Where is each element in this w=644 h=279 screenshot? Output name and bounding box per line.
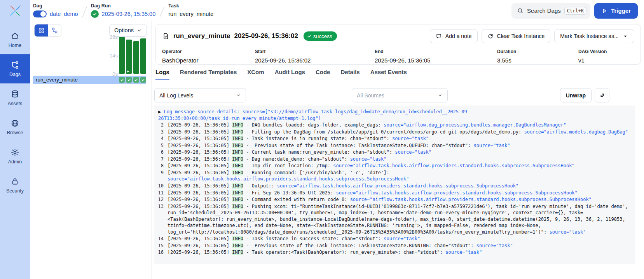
tab-rendered-templates[interactable]: Rendered Templates bbox=[180, 69, 237, 80]
meta-value: v1 bbox=[578, 57, 607, 64]
log-source-link[interactable]: source="task" bbox=[350, 156, 387, 162]
sidebar-item-dags[interactable]: Dags bbox=[0, 54, 30, 83]
meta-label: Start bbox=[255, 49, 375, 54]
run-status-badge-success[interactable] bbox=[140, 77, 146, 83]
sidebar-item-label: Assets bbox=[8, 101, 23, 106]
log-line-number: 15 bbox=[156, 243, 168, 249]
grid-view-button[interactable] bbox=[35, 24, 48, 36]
fullscreen-button[interactable] bbox=[595, 88, 609, 102]
tab-details[interactable]: Details bbox=[340, 69, 360, 80]
log-source-link[interactable]: source="task" bbox=[550, 229, 586, 235]
log-level-info: INFO bbox=[232, 136, 243, 141]
log-source-details-line[interactable]: ▶ Log message source details: sources=["… bbox=[156, 109, 631, 121]
assets-icon bbox=[10, 90, 19, 99]
run-status-badge-success[interactable] bbox=[119, 77, 125, 83]
log-source-link[interactable]: source="airflow.task.hooks.airflow.provi… bbox=[277, 183, 518, 189]
task-row-run-every-minute[interactable]: run_every_minute bbox=[33, 76, 146, 84]
log-line-10: 10[2025-09-26, 15:36:05] INFO - Output::… bbox=[156, 183, 631, 189]
search-placeholder: Search Dags bbox=[527, 7, 561, 14]
log-level-select[interactable]: All Log Levels bbox=[154, 88, 246, 102]
breadcrumb-dag-run: Dag Run 2025-09-26, 15:35:00 bbox=[91, 3, 156, 18]
tab-code[interactable]: Code bbox=[316, 69, 330, 80]
sidebar-item-browse[interactable]: Browse bbox=[0, 113, 30, 142]
duration-bar-run-1[interactable] bbox=[119, 37, 125, 74]
mark-task-instance-as-button[interactable]: Mark Task Instance as... bbox=[554, 29, 634, 43]
log-timestamp: [2025-09-26, 15:36:05] bbox=[168, 149, 232, 155]
log-source-link[interactable]: source="airflow.task.hooks.airflow.provi… bbox=[336, 190, 578, 196]
log-controls: All Log Levels All Sources Unwrap bbox=[154, 88, 644, 102]
duration-bar-run-2[interactable]: ▶ bbox=[126, 40, 132, 74]
tab-asset-events[interactable]: Asset Events bbox=[370, 69, 407, 80]
log-source-link[interactable]: source="airflow.models.dagbag.DagBag" bbox=[524, 129, 628, 135]
log-source-link[interactable]: source="airflow.task.hooks.airflow.provi… bbox=[168, 176, 409, 182]
log-level-info: INFO bbox=[232, 129, 243, 135]
log-line-number: 7 bbox=[156, 156, 168, 163]
log-message: - Previous state of the Task instance: T… bbox=[243, 243, 476, 248]
log-message: - Output:: bbox=[243, 183, 277, 189]
log-source-link[interactable]: source="task" bbox=[392, 136, 429, 141]
log-timestamp: [2025-09-26, 15:36:05] bbox=[168, 122, 232, 128]
sidebar-item-home[interactable]: Home bbox=[0, 25, 30, 54]
meta-value: 3.55s bbox=[497, 57, 578, 64]
log-timestamp: [2025-09-26, 15:36:05] bbox=[168, 236, 232, 241]
duration-bar-run-3[interactable] bbox=[133, 41, 139, 74]
log-source-link[interactable]: source="airflow.task.hooks.airflow.provi… bbox=[333, 163, 574, 168]
duration-bar-run-4[interactable] bbox=[140, 38, 146, 74]
sidebar-item-admin[interactable]: Admin bbox=[0, 142, 30, 171]
log-source-link[interactable]: source="airflow.task.hooks.airflow.provi… bbox=[350, 197, 592, 202]
tab-audit-logs[interactable]: Audit Logs bbox=[275, 69, 305, 80]
log-line-text: [2025-09-26, 15:36:05] INFO - Dag name:d… bbox=[168, 156, 631, 163]
dag-link[interactable]: date_demo bbox=[50, 11, 78, 17]
log-line-number: 12 bbox=[156, 196, 168, 203]
log-message: - Task operator:<Task(BashOperator): run… bbox=[243, 250, 445, 255]
status-badge: success bbox=[304, 31, 337, 41]
log-source-link[interactable]: source="task" bbox=[384, 236, 420, 241]
trigger-button[interactable]: Trigger bbox=[594, 3, 638, 19]
log-output-panel[interactable]: ▶ Log message source details: sources=["… bbox=[154, 106, 635, 264]
log-line-2: 2[2025-09-26, 15:36:05] INFO - DAG bundl… bbox=[156, 122, 631, 128]
sidebar-item-security[interactable]: Security bbox=[0, 171, 30, 200]
chevron-down-icon bbox=[137, 28, 142, 33]
clear-task-instance-button[interactable]: Clear Task Instance bbox=[482, 29, 551, 43]
detail-tabs: LogsRendered TemplatesXComAudit LogsCode… bbox=[155, 69, 407, 80]
log-source-select[interactable]: All Sources bbox=[352, 88, 448, 102]
log-level-info: INFO bbox=[232, 170, 243, 175]
run-status-badge-success[interactable] bbox=[126, 77, 132, 83]
graph-view-button[interactable] bbox=[48, 24, 61, 36]
dag-pause-toggle[interactable] bbox=[33, 10, 47, 17]
dag-label: Dag bbox=[33, 3, 78, 9]
tab-xcom[interactable]: XCom bbox=[247, 69, 264, 80]
log-line-7: 7[2025-09-26, 15:36:05] INFO - Dag name:… bbox=[156, 156, 631, 163]
log-message: - Dag name:date_demo: chan="stdout": bbox=[243, 156, 350, 162]
log-message: - Tmp dir root location: /tmp: bbox=[243, 163, 333, 168]
log-line-number: 4 bbox=[156, 135, 168, 142]
airflow-logo[interactable] bbox=[0, 0, 30, 21]
airflow-app: Dag date_demo Dag Run 2025-09-26, 15:35:… bbox=[0, 0, 644, 279]
run-status-badge-success[interactable] bbox=[133, 77, 139, 83]
task-value: run_every_minute bbox=[168, 11, 213, 17]
log-line-text: [2025-09-26, 15:36:05] INFO - Current ta… bbox=[168, 149, 631, 156]
chevron-down-icon bbox=[438, 93, 443, 98]
log-source-link[interactable]: source="task" bbox=[474, 143, 510, 148]
dag-grid-panel: Options ▶ 28s14s0s run_every_minute bbox=[30, 21, 149, 279]
dag-run-link[interactable]: 2025-09-26, 15:35:00 bbox=[102, 11, 156, 17]
log-level-info: INFO bbox=[232, 122, 243, 128]
add-note-button[interactable]: Add a note bbox=[430, 29, 478, 43]
log-timestamp: [2025-09-26, 15:36:05] bbox=[168, 190, 232, 196]
log-line-number: 8 bbox=[156, 163, 168, 169]
unwrap-button[interactable]: Unwrap bbox=[560, 88, 592, 102]
log-level-info: INFO bbox=[232, 183, 243, 189]
log-source-link[interactable]: source="airflow.dag_processing.bundles.m… bbox=[384, 122, 566, 128]
sidebar-item-assets[interactable]: Assets bbox=[0, 83, 30, 113]
log-line-text: [2025-09-26, 15:36:05] INFO - Running co… bbox=[168, 170, 631, 182]
sidebar-item-label: Home bbox=[9, 43, 21, 48]
collapse-arrow-icon[interactable]: ▶ bbox=[158, 109, 164, 114]
log-source-link[interactable]: source="task" bbox=[395, 149, 431, 155]
search-dags-input[interactable]: Search Dags Ctrl+K bbox=[511, 3, 590, 19]
tab-logs[interactable]: Logs bbox=[155, 69, 169, 80]
sidebar-item-label: Security bbox=[6, 188, 24, 194]
log-source-link[interactable]: source="task" bbox=[445, 250, 482, 255]
log-line-12: 12[2025-09-26, 15:36:05] INFO - Command … bbox=[156, 196, 631, 203]
log-source-link[interactable]: source="task" bbox=[476, 243, 513, 248]
graph-icon bbox=[51, 27, 58, 34]
